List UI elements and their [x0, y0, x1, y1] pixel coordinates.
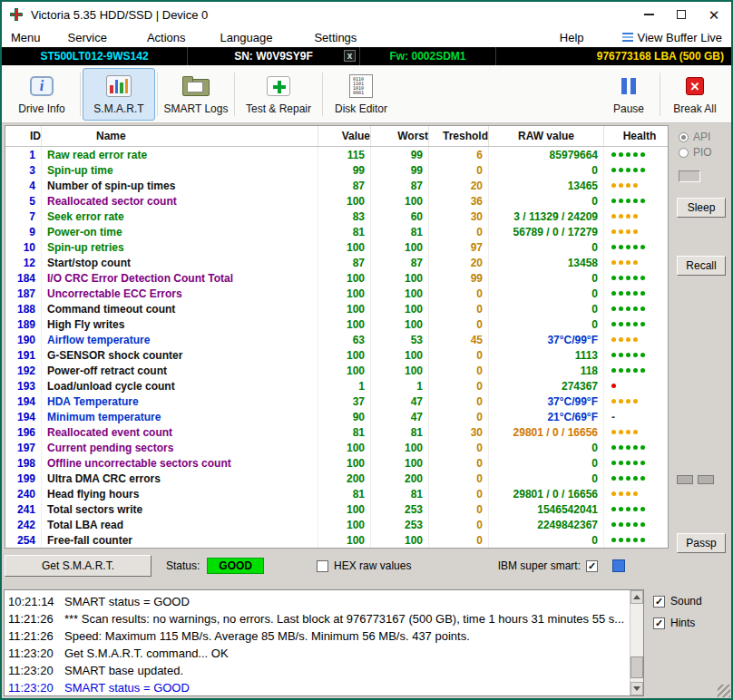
cell-treshold: 99 — [429, 270, 489, 286]
table-row[interactable]: 242Total LBA read10025302249842367 — [5, 517, 668, 532]
header-id[interactable]: ID — [5, 126, 42, 146]
pio-radio[interactable]: PIO — [679, 146, 712, 159]
scroll-up-button[interactable] — [630, 590, 643, 604]
hints-checkbox[interactable]: ✓ — [653, 617, 665, 629]
menu-item-menu[interactable]: Menu — [11, 31, 41, 44]
recall-button[interactable]: Recall — [677, 256, 726, 276]
menu-item-service[interactable]: Service — [68, 31, 107, 44]
mini-button-right[interactable] — [698, 475, 714, 484]
scroll-down-button[interactable] — [630, 682, 643, 695]
hints-checkbox-row[interactable]: ✓ Hints — [653, 617, 695, 629]
table-row[interactable]: 3Spin-up time999900 — [5, 162, 668, 178]
pause-icon — [621, 78, 636, 94]
health-dot — [633, 276, 638, 280]
sleep-button[interactable]: Sleep — [677, 198, 726, 218]
table-row[interactable]: 199Ultra DMA CRC errors20020000 — [5, 471, 668, 486]
view-buffer-live-button[interactable]: View Buffer Live — [622, 31, 722, 44]
disk-editor-button[interactable]: 0110110110100001 Disk Editor — [325, 68, 397, 121]
table-row[interactable]: 9Power-on time8181056789 / 0 / 17279 — [5, 224, 668, 239]
cell-name: Load/unload cycle count — [42, 378, 318, 394]
menu-item-language[interactable]: Language — [220, 31, 273, 44]
header-treshold[interactable]: Treshold — [429, 126, 489, 146]
table-row[interactable]: 187Uncorrectable ECC Errors10010000 — [5, 286, 668, 301]
table-row[interactable]: 12Start/stop count87872013458 — [5, 255, 668, 270]
log-timestamp: 11:23:20 — [8, 681, 64, 695]
test-repair-button[interactable]: Test & Repair — [237, 68, 320, 121]
table-row[interactable]: 7Seek error rate8360303 / 11329 / 24209 — [5, 209, 668, 224]
hex-raw-checkbox[interactable] — [317, 560, 328, 572]
health-dot — [611, 199, 616, 203]
table-row[interactable]: 240Head flying hours8181029801 / 0 / 166… — [5, 486, 668, 501]
resize-grip[interactable] — [718, 685, 730, 697]
cell-id: 241 — [5, 501, 42, 517]
table-row[interactable]: 190Airflow temperature63534537°C/99°F — [5, 332, 668, 347]
cell-treshold: 0 — [429, 532, 489, 548]
table-row[interactable]: 194HDA Temperature3747037°C/99°F — [5, 394, 668, 409]
menu-item-help[interactable]: Help — [560, 31, 584, 44]
table-row[interactable]: 4Number of spin-up times87872013465 — [5, 178, 668, 193]
cell-worst: 81 — [371, 424, 429, 440]
pause-button[interactable]: Pause — [600, 68, 658, 121]
drive-info-button[interactable]: i Drive Info — [5, 68, 78, 121]
passp-button[interactable]: Passp — [677, 533, 726, 553]
sound-checkbox[interactable]: ✓ — [653, 596, 665, 608]
header-name[interactable]: Name — [42, 126, 318, 146]
cell-worst: 100 — [371, 239, 429, 255]
cell-name: Spin-up time — [42, 162, 318, 178]
ibm-super-smart-checkbox[interactable]: ✓ — [586, 560, 598, 572]
cell-worst: 60 — [371, 209, 429, 224]
table-row[interactable]: 10Spin-up retries100100970 — [5, 239, 668, 255]
get-smart-button[interactable]: Get S.M.A.R.T. — [5, 555, 151, 577]
health-dot — [633, 353, 638, 357]
minimize-button[interactable] — [639, 5, 659, 24]
health-dot — [611, 245, 616, 249]
api-radio[interactable]: API — [679, 131, 710, 143]
menu-item-actions[interactable]: Actions — [147, 31, 186, 44]
table-row[interactable]: 184I/O CRC Error Detection Count Total10… — [5, 270, 668, 286]
health-dot — [611, 445, 616, 450]
cell-value: 100 — [318, 193, 371, 209]
device-close-button[interactable]: x — [344, 50, 356, 62]
cell-raw: 0 — [489, 316, 604, 332]
table-row[interactable]: 197Current pending sectors10010000 — [5, 440, 668, 455]
device-model[interactable]: ST500LT012-9WS142 — [2, 47, 188, 65]
health-dot — [626, 476, 630, 481]
log-scrollbar[interactable] — [630, 590, 643, 695]
table-row[interactable]: 241Total sectors write10025301546542041 — [5, 501, 668, 517]
smart-logs-button[interactable]: SMART Logs — [160, 68, 232, 121]
sound-checkbox-row[interactable]: ✓ Sound — [653, 595, 702, 608]
pause-label: Pause — [613, 102, 644, 115]
table-row[interactable]: 194Minimum temperature9047021°C/69°F- — [5, 409, 668, 424]
cell-value: 83 — [318, 209, 371, 224]
blue-indicator[interactable] — [612, 559, 625, 572]
cell-id: 191 — [5, 347, 42, 363]
menu-item-settings[interactable]: Settings — [314, 31, 357, 44]
cell-id: 193 — [5, 378, 42, 394]
header-value[interactable]: Value — [318, 126, 371, 146]
health-dot — [619, 445, 623, 450]
smart-button[interactable]: S.M.A.R.T — [83, 68, 155, 121]
table-row[interactable]: 189High Fly writes10010000 — [5, 316, 668, 332]
table-row[interactable]: 198Offline uncorrectable sectors count10… — [5, 455, 668, 471]
log-timestamp: 11:23:20 — [8, 664, 64, 677]
table-row[interactable]: 1Raw read error rate11599685979664 — [5, 147, 668, 162]
scrollbar-track[interactable] — [630, 604, 643, 682]
maximize-button[interactable] — [671, 5, 691, 24]
table-row[interactable]: 5Reallocated sector count100100360 — [5, 193, 668, 209]
scrollbar-thumb[interactable] — [630, 656, 643, 678]
table-row[interactable]: 188Command timeout count10010000 — [5, 301, 668, 316]
table-row[interactable]: 254Free-fall counter10010000 — [5, 532, 668, 548]
log-message: SMART status = GOOD — [64, 595, 190, 608]
table-row[interactable]: 196Reallocated event count81813029801 / … — [5, 424, 668, 440]
table-row[interactable]: 191G-SENSOR shock counter10010001113 — [5, 347, 668, 363]
table-row[interactable]: 193Load/unload cycle count110274367 — [5, 378, 668, 394]
header-raw[interactable]: RAW value — [489, 126, 604, 146]
break-all-button[interactable]: ✕ Break All — [662, 68, 728, 121]
header-worst[interactable]: Worst — [371, 126, 429, 146]
mini-button-left[interactable] — [677, 475, 693, 484]
health-dot — [611, 229, 616, 234]
close-button[interactable]: ✕ — [704, 5, 724, 24]
cell-treshold: 20 — [429, 255, 489, 270]
table-row[interactable]: 192Power-off retract count1001000118 — [5, 363, 668, 378]
header-health[interactable]: Health — [604, 126, 668, 146]
